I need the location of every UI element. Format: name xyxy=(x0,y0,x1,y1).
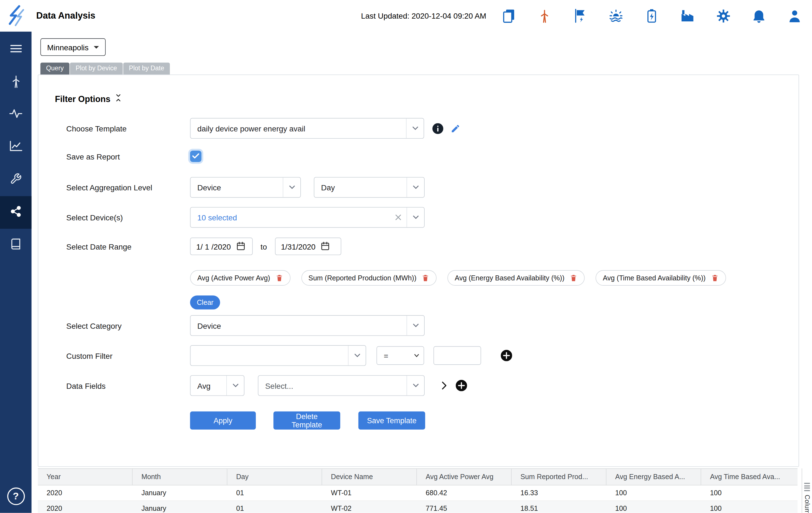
data-field-select[interactable]: Select... xyxy=(258,375,425,396)
screen: Data Analysis Last Updated: 2020-12-04 0… xyxy=(0,0,812,513)
aggregation-label: Select Aggregation Level xyxy=(66,183,190,192)
columns-panel-label: Columns xyxy=(803,494,811,513)
clear-selection-icon[interactable] xyxy=(390,208,407,227)
sidebar-item-menu[interactable] xyxy=(0,33,32,66)
sidebar-item-charts[interactable] xyxy=(0,131,32,163)
sidebar-item-share[interactable] xyxy=(0,196,32,229)
field-chip-label: Avg (Active Power Avg) xyxy=(198,274,270,282)
collapse-icon[interactable] xyxy=(115,94,122,104)
remove-field-trash-icon[interactable] xyxy=(570,274,577,282)
user-profile-icon[interactable] xyxy=(787,9,802,23)
help-button[interactable]: ? xyxy=(7,487,25,505)
calendar-icon[interactable] xyxy=(321,241,330,252)
sunrise-icon[interactable] xyxy=(609,9,623,23)
column-header[interactable]: Avg Active Power Avg xyxy=(417,469,512,485)
chevron-down-icon xyxy=(407,178,424,197)
table-cell: 100 xyxy=(607,485,701,501)
wind-turbine-icon[interactable] xyxy=(538,9,551,23)
battery-charge-icon[interactable] xyxy=(645,9,659,23)
column-header[interactable]: Year xyxy=(38,469,133,485)
settings-gear-icon[interactable] xyxy=(716,9,730,23)
clear-button[interactable]: Clear xyxy=(190,295,220,309)
table-cell: 100 xyxy=(701,485,796,501)
energy-flag-icon[interactable] xyxy=(573,9,587,23)
field-chip: Avg (Active Power Avg) xyxy=(190,270,290,286)
column-header[interactable]: Month xyxy=(133,469,228,485)
remove-field-trash-icon[interactable] xyxy=(275,274,283,282)
chevron-right-icon[interactable] xyxy=(442,381,447,390)
devices-multiselect[interactable]: 10 selected xyxy=(190,207,425,228)
table-cell: 100 xyxy=(701,501,796,513)
column-header[interactable]: Sum Reported Prod... xyxy=(512,469,607,485)
plant-icon[interactable] xyxy=(680,9,694,23)
tools-wrench-icon xyxy=(10,173,22,187)
results-table-header: Year Month Day Device Name Avg Active Po… xyxy=(38,468,798,485)
location-selector[interactable]: Minneapolis xyxy=(40,38,106,56)
sidebar-item-tools[interactable] xyxy=(0,163,32,196)
check-icon xyxy=(192,152,199,161)
data-field-agg-select[interactable]: Avg xyxy=(190,375,244,396)
column-header[interactable]: Device Name xyxy=(322,469,417,485)
save-template-button[interactable]: Save Template xyxy=(358,411,425,429)
remove-field-trash-icon[interactable] xyxy=(711,274,719,282)
template-select-value: daily device power energy avail xyxy=(191,118,406,138)
add-filter-plus-icon[interactable] xyxy=(501,350,512,361)
edit-template-icon[interactable] xyxy=(451,123,460,133)
devices-row: Select Device(s) 10 selected xyxy=(66,207,425,228)
delete-template-button[interactable]: Delete Template xyxy=(273,411,340,429)
app-logo-icon[interactable] xyxy=(0,0,32,32)
data-fields-row: Data Fields Avg Select... xyxy=(66,375,467,396)
filter-options-header: Filter Options xyxy=(55,94,122,104)
column-header[interactable]: Avg Energy Based A... xyxy=(607,469,701,485)
notifications-bell-icon[interactable] xyxy=(752,9,766,23)
caret-down-icon xyxy=(94,46,99,48)
start-date-input[interactable]: 1/ 1 /2020 xyxy=(190,238,253,255)
custom-filter-field-value xyxy=(191,346,348,365)
filter-options-panel: Filter Options Choose Template daily dev… xyxy=(38,74,799,467)
library-book-icon xyxy=(10,238,22,252)
selected-fields-row: Avg (Active Power Avg) Sum (Reported Pro… xyxy=(190,270,726,286)
apply-button[interactable]: Apply xyxy=(190,411,256,429)
field-chip: Sum (Reported Production (MWh)) xyxy=(301,270,437,286)
tab-plot-by-date[interactable]: Plot by Date xyxy=(123,63,170,74)
columns-panel-button[interactable]: Columns xyxy=(802,483,812,513)
column-header[interactable]: Day xyxy=(228,469,322,485)
documents-icon[interactable] xyxy=(502,9,516,23)
field-chip-label: Avg (Energy Based Availability (%)) xyxy=(455,274,564,282)
save-as-report-label: Save as Report xyxy=(66,152,190,161)
sidebar-item-activity[interactable] xyxy=(0,98,32,131)
aggregation-interval-value: Day xyxy=(314,178,406,197)
devices-label: Select Device(s) xyxy=(66,213,190,222)
choose-template-row: Choose Template daily device power energ… xyxy=(66,118,460,139)
column-header[interactable]: Avg Time Based Ava... xyxy=(701,469,796,485)
custom-filter-field-select[interactable] xyxy=(190,345,366,366)
save-as-report-checkbox[interactable] xyxy=(190,151,201,162)
choose-template-label: Choose Template xyxy=(66,124,190,133)
template-info-icon[interactable] xyxy=(432,123,443,134)
aggregation-level-select[interactable]: Device xyxy=(190,177,301,198)
chevron-down-icon xyxy=(348,346,366,365)
top-bar-right: Last Updated: 2020-12-04 09:20 AM xyxy=(361,9,812,23)
date-range-row: Select Date Range 1/ 1 /2020 to 1/31/202… xyxy=(66,238,341,255)
menu-icon xyxy=(10,44,21,55)
chevron-down-icon xyxy=(407,376,424,395)
table-row: 2020 January 01 WT-02 771.45 18.51 100 1… xyxy=(38,501,798,513)
add-data-field-plus-icon[interactable] xyxy=(456,380,467,391)
template-select[interactable]: daily device power energy avail xyxy=(190,118,424,139)
data-field-agg-value: Avg xyxy=(191,376,226,395)
remove-field-trash-icon[interactable] xyxy=(422,274,429,282)
table-cell: 01 xyxy=(228,501,322,513)
tab-plot-by-device[interactable]: Plot by Device xyxy=(70,63,123,74)
location-selector-label: Minneapolis xyxy=(47,43,88,52)
tab-query[interactable]: Query xyxy=(40,63,69,74)
sidebar-item-turbines[interactable] xyxy=(0,66,32,98)
table-cell: 680.42 xyxy=(417,485,512,501)
custom-filter-value-input[interactable] xyxy=(434,346,481,365)
share-network-icon xyxy=(10,205,22,219)
custom-filter-operator-select[interactable]: = xyxy=(377,346,424,365)
category-select[interactable]: Device xyxy=(190,315,425,336)
sidebar-item-library[interactable] xyxy=(0,229,32,261)
calendar-icon[interactable] xyxy=(236,241,245,252)
aggregation-interval-select[interactable]: Day xyxy=(314,177,425,198)
end-date-input[interactable]: 1/31/2020 xyxy=(275,238,341,255)
